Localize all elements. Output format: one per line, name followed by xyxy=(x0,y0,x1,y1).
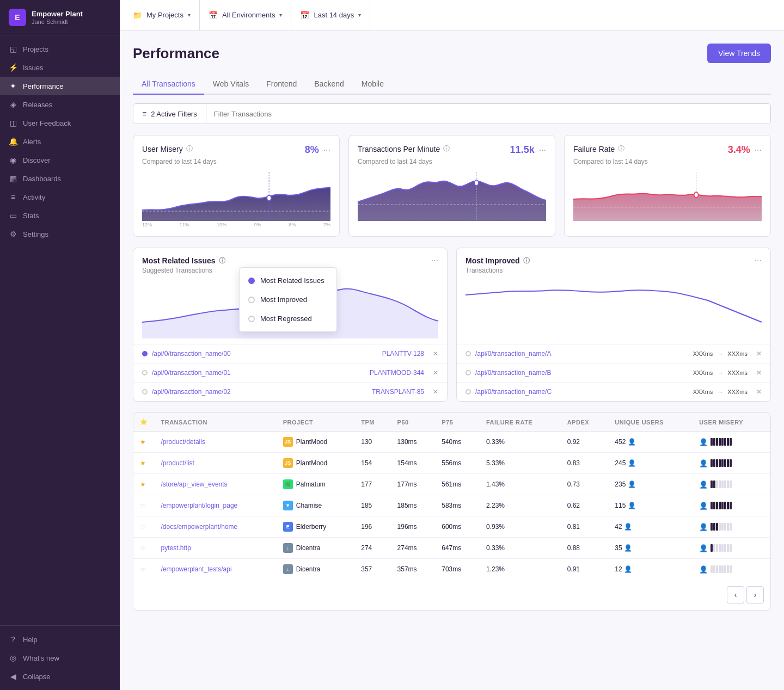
misery-bar-segment xyxy=(724,523,726,531)
transaction-link[interactable]: pytest.http xyxy=(161,544,191,552)
topbar-env-label: All Environments xyxy=(222,11,275,19)
performance-icon: ✦ xyxy=(9,82,17,90)
selection-dot xyxy=(142,370,148,375)
transaction-link[interactable]: /api/0/transaction_name/C xyxy=(475,388,689,396)
transaction-link[interactable]: /product/list xyxy=(161,459,194,467)
misery-bar-segment xyxy=(716,544,718,552)
tab-all-transactions[interactable]: All Transactions xyxy=(133,74,204,95)
transaction-link[interactable]: /docs/empowerplant/home xyxy=(161,523,238,531)
topbar-environment[interactable]: 📅 All Environments ▾ xyxy=(200,0,292,30)
star-cell[interactable]: ☆ xyxy=(133,516,155,538)
metric-subtitle: Compared to last 14 days xyxy=(573,158,762,165)
more-options-icon[interactable]: ··· xyxy=(755,145,762,155)
info-icon[interactable]: ⓘ xyxy=(523,256,530,266)
table-row: ★/product/listJSPlantMood154154ms556ms5.… xyxy=(133,453,770,474)
sidebar-item-alerts[interactable]: 🔔 Alerts xyxy=(0,132,120,151)
transaction-link[interactable]: /empowerplant_tests/api xyxy=(161,565,232,573)
more-options-icon[interactable]: ··· xyxy=(431,256,438,266)
view-trends-button[interactable]: View Trends xyxy=(707,44,771,63)
transaction-link[interactable]: /api/0/transaction_name/01 xyxy=(152,369,365,377)
sidebar-item-help[interactable]: ? Help xyxy=(0,630,120,649)
sidebar-item-activity[interactable]: ≡ Activity xyxy=(0,188,120,206)
active-filters-button[interactable]: ≡ 2 Active Filters xyxy=(133,104,206,124)
metric-value: 11.5k xyxy=(510,144,535,156)
star-cell[interactable]: ☆ xyxy=(133,559,155,580)
filter-transactions-input[interactable] xyxy=(206,104,770,124)
misery-bar-segment xyxy=(716,565,718,573)
failure_rate-cell: 0.93% xyxy=(480,516,561,538)
topbar-date[interactable]: 📅 Last 14 days ▾ xyxy=(291,0,370,30)
metric-subtitle: Compared to last 14 days xyxy=(358,158,546,165)
sidebar-item-issues[interactable]: ⚡ Issues xyxy=(0,58,120,77)
sidebar-item-stats[interactable]: ▭ Stats xyxy=(0,206,120,225)
transaction-link[interactable]: /product/details xyxy=(161,438,205,446)
user-misery-cell: 👤 xyxy=(693,432,770,453)
star-cell[interactable]: ★ xyxy=(133,432,155,453)
sidebar-item-user-feedback[interactable]: ◫ User Feedback xyxy=(0,114,120,132)
sidebar-item-label: Activity xyxy=(23,193,45,201)
transaction-link[interactable]: /api/0/transaction_name/B xyxy=(475,369,689,377)
star-cell[interactable]: ★ xyxy=(133,474,155,495)
tpm-cell: 196 xyxy=(354,516,390,538)
transaction-link[interactable]: /store/api_view_events xyxy=(161,480,228,488)
misery-bar-segment xyxy=(716,438,718,446)
info-icon[interactable]: ⓘ xyxy=(443,144,450,153)
tab-web-vitals[interactable]: Web Vitals xyxy=(204,74,258,95)
sidebar-bottom: ? Help ◎ What's new ◀ Collapse xyxy=(0,625,120,690)
users-icon: 👤 xyxy=(628,438,636,446)
star-cell[interactable]: ☆ xyxy=(133,538,155,559)
issue-tag[interactable]: PLANTTV-128 xyxy=(382,350,424,358)
info-icon[interactable]: ⓘ xyxy=(186,144,193,153)
tpm-chart xyxy=(358,172,546,221)
topbar-project[interactable]: 📁 My Projects ▾ xyxy=(133,0,200,30)
sidebar-item-collapse[interactable]: ◀ Collapse xyxy=(0,667,120,686)
sidebar-item-label: Stats xyxy=(23,212,39,220)
apdex-cell: 0.73 xyxy=(561,474,609,495)
info-icon[interactable]: ⓘ xyxy=(618,144,624,153)
active-filters-label: 2 Active Filters xyxy=(151,110,197,118)
next-page-button[interactable]: › xyxy=(746,586,764,603)
transaction-link[interactable]: /empowerplant/login_page xyxy=(161,502,238,509)
star-cell[interactable]: ★ xyxy=(133,453,155,474)
prev-page-button[interactable]: ‹ xyxy=(727,586,744,603)
transaction-link[interactable]: /api/0/transaction_name/02 xyxy=(152,388,367,396)
issues-icon: ⚡ xyxy=(9,63,17,72)
project-name: Chamise xyxy=(296,502,322,509)
alerts-icon: 🔔 xyxy=(9,137,17,146)
tab-mobile[interactable]: Mobile xyxy=(353,74,393,95)
th-transaction[interactable]: TRANSACTION xyxy=(155,413,277,432)
more-options-icon[interactable]: ··· xyxy=(755,256,762,266)
dropdown-item-most-related[interactable]: Most Related Issues xyxy=(240,271,336,290)
misery-bar-segment xyxy=(727,480,729,488)
close-icon[interactable]: ✕ xyxy=(433,369,438,377)
close-icon[interactable]: ✕ xyxy=(433,388,438,396)
info-icon[interactable]: ⓘ xyxy=(219,256,225,266)
more-options-icon[interactable]: ··· xyxy=(323,145,330,155)
more-options-icon[interactable]: ··· xyxy=(539,145,546,155)
sidebar-item-performance[interactable]: ✦ Performance xyxy=(0,77,120,95)
misery-bar-segment xyxy=(724,459,726,467)
sidebar-item-whats-new[interactable]: ◎ What's new xyxy=(0,649,120,667)
close-icon[interactable]: ✕ xyxy=(756,388,762,396)
sidebar-item-discover[interactable]: ◉ Discover xyxy=(0,151,120,169)
sidebar-item-releases[interactable]: ◈ Releases xyxy=(0,95,120,114)
users-icon: 👤 xyxy=(699,502,708,510)
sidebar-item-projects[interactable]: ◱ Projects xyxy=(0,40,120,58)
dropdown-item-most-regressed[interactable]: Most Regressed xyxy=(240,309,336,328)
issue-tag[interactable]: TRANSPLANT-85 xyxy=(372,388,424,396)
close-icon[interactable]: ✕ xyxy=(433,350,438,358)
issue-tag[interactable]: PLANTMOOD-344 xyxy=(370,369,424,377)
close-icon[interactable]: ✕ xyxy=(756,369,762,377)
close-icon[interactable]: ✕ xyxy=(756,350,762,358)
th-p75: P75 xyxy=(435,413,480,432)
transaction-link[interactable]: /api/0/transaction_name/A xyxy=(475,350,689,358)
dropdown-item-most-improved[interactable]: Most Improved xyxy=(240,290,336,309)
sidebar-item-settings[interactable]: ⚙ Settings xyxy=(0,225,120,243)
radio-empty-icon xyxy=(248,316,255,322)
tab-frontend[interactable]: Frontend xyxy=(258,74,305,95)
chevron-down-icon: ▾ xyxy=(279,12,282,18)
sidebar-item-dashboards[interactable]: ▦ Dashboards xyxy=(0,169,120,188)
star-cell[interactable]: ☆ xyxy=(133,495,155,516)
tab-backend[interactable]: Backend xyxy=(305,74,352,95)
transaction-link[interactable]: /api/0/transaction_name/00 xyxy=(152,350,378,358)
